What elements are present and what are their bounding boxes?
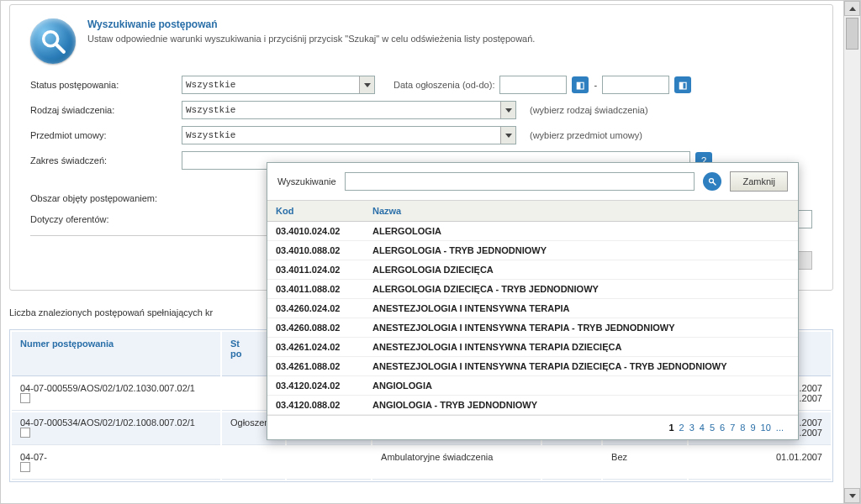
date-from-input[interactable] — [499, 76, 567, 94]
cell-dates: 01.01.2007 — [689, 447, 831, 480]
document-icon — [20, 428, 30, 438]
cell-numer: 04-07-000559/AOS/02/1/02.1030.007.02/1 — [12, 378, 220, 411]
panel-title: Wyszukiwanie postępowań — [87, 18, 535, 30]
cell-nazwa: ALERGOLOGIA - TRYB JEDNODNIOWY — [364, 241, 798, 260]
cell-numer: 04-07- — [12, 447, 220, 480]
lookup-popup: Wyszukiwanie Zamknij Kod Nazwa 03.4010.0… — [267, 162, 799, 440]
search-icon[interactable] — [703, 172, 721, 191]
przedmiot-hint: (wybierz przedmiot umowy) — [530, 130, 642, 140]
cell-nazwa: ANESTEZJOLOGIA I INTENSYWNA TERAPIA - TR… — [364, 318, 798, 338]
svg-line-1 — [56, 45, 64, 52]
svg-line-3 — [713, 182, 716, 185]
calendar-icon[interactable]: ◧ — [572, 76, 589, 93]
close-button[interactable]: Zamknij — [730, 171, 788, 192]
table-row[interactable]: 04-07-Ambulatoryjne świadczeniaBez01.01.… — [12, 447, 831, 480]
scroll-thumb[interactable] — [846, 18, 858, 50]
cell-c2 — [287, 447, 371, 480]
cell-nazwa: ANESTEZJOLOGIA I INTENSYWNA TERAPIA DZIE… — [364, 338, 798, 357]
pager: 12345678910... — [267, 415, 798, 439]
chevron-down-icon[interactable] — [359, 76, 374, 93]
cell-numer: 04-07-000534/AOS/02/1/02.1008.007.02/1 — [12, 412, 220, 445]
status-value: Wszystkie — [186, 80, 235, 90]
przedmiot-select[interactable]: Wszystkie — [182, 126, 516, 144]
col-kod[interactable]: Kod — [267, 201, 364, 222]
rodzaj-hint: (wybierz rodzaj świadczenia) — [530, 105, 648, 115]
col-nazwa[interactable]: Nazwa — [364, 201, 798, 222]
cell-nazwa: ALERGOLOGIA — [364, 222, 798, 241]
przedmiot-value: Wszystkie — [186, 130, 235, 140]
panel-subtitle: Ustaw odpowiednie warunki wyszukiwania i… — [87, 34, 535, 44]
page-link[interactable]: 9 — [750, 423, 755, 433]
scroll-down-icon[interactable] — [844, 488, 860, 503]
lookup-row[interactable]: 03.4261.088.02ANESTEZJOLOGIA I INTENSYWN… — [267, 357, 798, 376]
cell-nazwa: ALERGOLOGIA DZIECIĘCA - TRYB JEDNODNIOWY — [364, 280, 798, 299]
popup-search-input[interactable] — [345, 172, 695, 191]
rodzaj-select[interactable]: Wszystkie — [182, 101, 516, 119]
obszar-label: Obszar objęty postępowaniem: — [30, 193, 182, 203]
cell-nazwa: ANESTEZJOLOGIA I INTENSYWNA TERAPIA — [364, 299, 798, 318]
date-to-input[interactable] — [602, 76, 669, 94]
scroll-up-icon[interactable] — [844, 1, 860, 16]
przedmiot-label: Przedmiot umowy: — [30, 130, 182, 140]
rodzaj-value: Wszystkie — [186, 105, 235, 115]
cell-c3: Ambulatoryjne świadczenia — [372, 447, 541, 480]
lookup-row[interactable]: 03.4261.024.02ANESTEZJOLOGIA I INTENSYWN… — [267, 338, 798, 357]
lookup-row[interactable]: 03.4260.024.02ANESTEZJOLOGIA I INTENSYWN… — [267, 299, 798, 318]
lookup-row[interactable]: 03.4120.024.02ANGIOLOGIA — [267, 376, 798, 396]
lookup-row[interactable]: 03.4010.024.02ALERGOLOGIA — [267, 222, 798, 241]
page-link[interactable]: 7 — [730, 423, 735, 433]
cell-nazwa: ANESTEZJOLOGIA I INTENSYWNA TERAPIA DZIE… — [364, 357, 798, 376]
cell-nazwa: ANGIOLOGIA — [364, 376, 798, 396]
chevron-down-icon[interactable] — [500, 102, 515, 118]
page-link[interactable]: 8 — [740, 423, 745, 433]
calendar-icon[interactable]: ◧ — [674, 76, 691, 93]
cell-kod: 03.4261.024.02 — [267, 338, 364, 357]
outer-scrollbar[interactable] — [843, 1, 860, 503]
cell-kod: 03.4010.088.02 — [267, 241, 364, 260]
lookup-row[interactable]: 03.4010.088.02ALERGOLOGIA - TRYB JEDNODN… — [267, 241, 798, 260]
cell-c1 — [222, 447, 285, 480]
chevron-down-icon[interactable] — [500, 127, 515, 144]
status-select[interactable]: Wszystkie — [182, 76, 375, 94]
popup-search-label: Wyszukiwanie — [277, 176, 336, 186]
cell-kod: 03.4011.024.02 — [267, 260, 364, 280]
lookup-row[interactable]: 03.4011.088.02ALERGOLOGIA DZIECIĘCA - TR… — [267, 280, 798, 299]
document-icon — [20, 393, 30, 403]
oferent-label: Dotyczy oferentów: — [30, 214, 182, 224]
cell-limit: Bez — [603, 447, 687, 480]
cell-kod: 03.4260.088.02 — [267, 318, 364, 338]
page-link[interactable]: ... — [776, 423, 784, 433]
page-link[interactable]: 5 — [710, 423, 715, 433]
page-link[interactable]: 1 — [668, 423, 673, 433]
cell-c4 — [542, 447, 601, 480]
cell-kod: 03.4120.024.02 — [267, 376, 364, 396]
cell-kod: 03.4120.088.02 — [267, 396, 364, 415]
cell-nazwa: ALERGOLOGIA DZIECIĘCA — [364, 260, 798, 280]
cell-kod: 03.4010.024.02 — [267, 222, 364, 241]
date-label: Data ogłoszenia (od-do): — [394, 80, 494, 90]
magnifier-icon — [30, 18, 76, 64]
page-link[interactable]: 4 — [700, 423, 705, 433]
zakres-label: Zakres świadczeń: — [30, 155, 182, 165]
page-link[interactable]: 10 — [761, 423, 771, 433]
rodzaj-label: Rodzaj świadczenia: — [30, 105, 182, 115]
cell-nazwa: ANGIOLOGIA - TRYB JEDNODNIOWY — [364, 396, 798, 415]
lookup-row[interactable]: 03.4011.024.02ALERGOLOGIA DZIECIĘCA — [267, 260, 798, 280]
lookup-row[interactable]: 03.4260.088.02ANESTEZJOLOGIA I INTENSYWN… — [267, 318, 798, 338]
col-numer[interactable]: Numer postępowania — [12, 332, 220, 376]
status-label: Status postępowania: — [30, 80, 182, 90]
cell-kod: 03.4261.088.02 — [267, 357, 364, 376]
lookup-row[interactable]: 03.4120.088.02ANGIOLOGIA - TRYB JEDNODNI… — [267, 396, 798, 415]
document-icon — [20, 462, 30, 472]
page-link[interactable]: 6 — [720, 423, 725, 433]
lookup-grid: Kod Nazwa 03.4010.024.02ALERGOLOGIA03.40… — [267, 201, 798, 415]
cell-kod: 03.4260.024.02 — [267, 299, 364, 318]
page-link[interactable]: 2 — [679, 423, 684, 433]
page-link[interactable]: 3 — [689, 423, 695, 433]
cell-kod: 03.4011.088.02 — [267, 280, 364, 299]
